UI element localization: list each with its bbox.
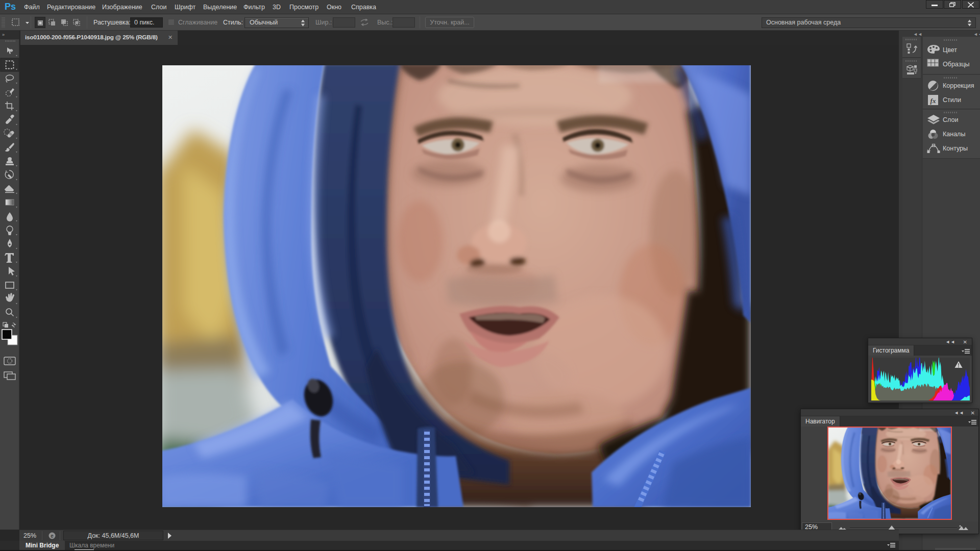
svg-text:fx: fx [930,97,936,105]
svg-text:e: e [51,533,54,539]
